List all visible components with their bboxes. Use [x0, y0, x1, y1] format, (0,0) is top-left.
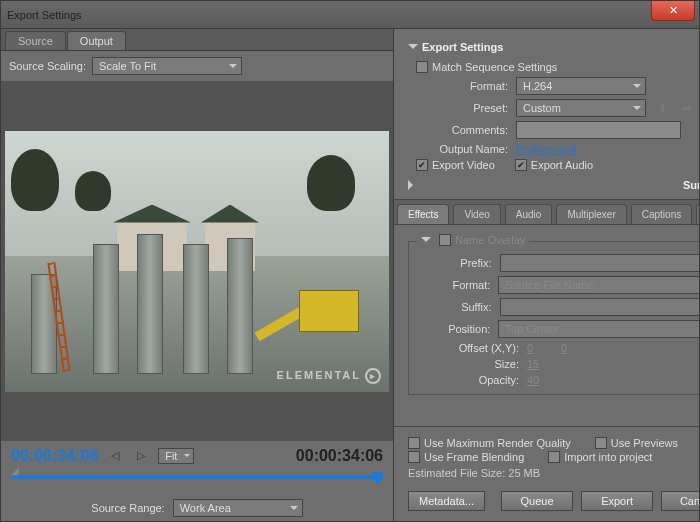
preset-dropdown[interactable]: Custom — [516, 99, 646, 117]
output-name-link[interactable]: ProRes.mp4 — [516, 143, 577, 155]
video-preview: ELEMENTAL▸ — [5, 131, 389, 392]
overlay-position-dropdown: Top Center — [498, 320, 700, 338]
overlay-format-dropdown: Source File Name — [498, 276, 700, 294]
queue-button[interactable]: Queue — [501, 491, 573, 511]
window-title: Export Settings — [7, 9, 82, 21]
name-overlay-checkbox[interactable]: Name Overlay — [439, 234, 525, 246]
overlay-suffix-input — [500, 298, 700, 316]
metadata-button[interactable]: Metadata... — [408, 491, 485, 511]
out-timecode[interactable]: 00:00:34:06 — [296, 447, 383, 465]
save-preset-icon[interactable]: ⇩ — [654, 100, 670, 116]
export-settings-header[interactable]: Export Settings — [408, 37, 700, 57]
tab-multiplexer[interactable]: Multiplexer — [556, 204, 626, 224]
tab-video[interactable]: Video — [453, 204, 500, 224]
overlay-offset-x: 0 — [527, 342, 553, 354]
settings-pane: Export Settings Match Sequence Settings … — [394, 29, 700, 521]
tab-output[interactable]: Output — [67, 31, 126, 50]
render-options: Use Maximum Render Quality Use Previews … — [394, 426, 700, 483]
titlebar: Export Settings ✕ — [1, 1, 699, 29]
max-render-checkbox[interactable]: Use Maximum Render Quality — [408, 437, 571, 449]
frame-blending-checkbox[interactable]: Use Frame Blending — [408, 451, 524, 463]
export-audio-checkbox[interactable]: ✔Export Audio — [515, 159, 593, 171]
prev-frame-icon[interactable]: ◁ — [106, 449, 124, 463]
timeline[interactable]: ◢ — [1, 471, 393, 495]
tab-source[interactable]: Source — [5, 31, 66, 50]
chevron-down-icon — [408, 44, 418, 54]
close-button[interactable]: ✕ — [651, 1, 695, 21]
playhead-icon[interactable] — [373, 472, 383, 484]
source-scaling-label: Source Scaling: — [9, 60, 86, 72]
match-sequence-checkbox[interactable]: Match Sequence Settings — [416, 61, 557, 73]
source-range-dropdown[interactable]: Work Area — [173, 499, 303, 517]
settings-tabs: Effects Video Audio Multiplexer Captions… — [394, 199, 700, 225]
next-frame-icon[interactable]: ▷ — [132, 449, 150, 463]
chevron-right-icon — [408, 180, 679, 190]
tab-ftp[interactable]: FTP — [696, 204, 700, 224]
tab-effects[interactable]: Effects — [397, 204, 449, 224]
overlay-opacity: 40 — [527, 374, 553, 386]
format-dropdown[interactable]: H.264 — [516, 77, 646, 95]
name-overlay-group: Name Overlay Prefix: Format: Source File… — [408, 241, 700, 395]
comments-input[interactable] — [516, 121, 681, 139]
overlay-size: 15 — [527, 358, 553, 370]
import-project-checkbox[interactable]: Import into project — [548, 451, 652, 463]
overlay-offset-y: 0 — [561, 342, 587, 354]
overlay-prefix-input — [500, 254, 700, 272]
preview-pane: Source Output Source Scaling: Scale To F… — [1, 29, 394, 521]
close-icon: ✕ — [669, 4, 678, 16]
source-range-label: Source Range: — [91, 502, 164, 514]
tab-audio[interactable]: Audio — [505, 204, 553, 224]
source-scaling-dropdown[interactable]: Scale To Fit — [92, 57, 242, 75]
estimated-size: 25 MB — [508, 467, 540, 479]
chevron-down-icon[interactable] — [421, 237, 431, 247]
zoom-fit-dropdown[interactable]: Fit — [158, 448, 194, 464]
export-video-checkbox[interactable]: ✔Export Video — [416, 159, 495, 171]
use-previews-checkbox[interactable]: Use Previews — [595, 437, 678, 449]
cancel-button[interactable]: Cancel — [661, 491, 700, 511]
in-timecode[interactable]: 00:00:34:06 — [11, 447, 98, 465]
export-button[interactable]: Export — [581, 491, 653, 511]
tab-captions[interactable]: Captions — [631, 204, 692, 224]
summary-header[interactable]: Summary — [408, 175, 700, 195]
import-preset-icon[interactable]: ⇨ — [678, 100, 694, 116]
